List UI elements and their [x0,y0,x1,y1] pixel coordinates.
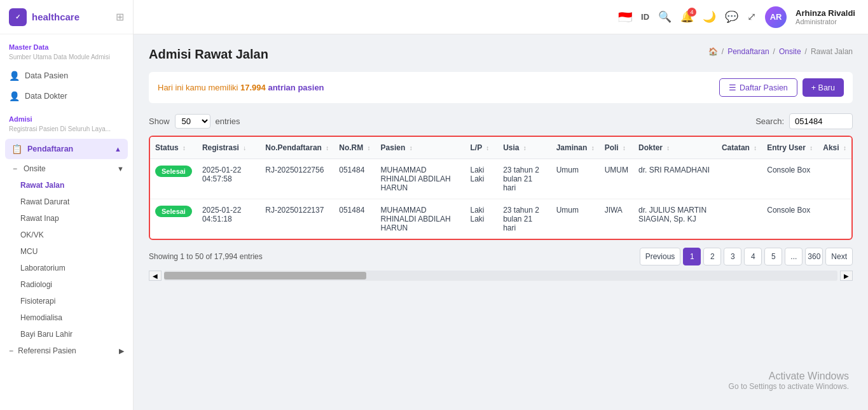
search-input[interactable] [789,113,853,129]
page-btn-2[interactable]: 2 [703,248,721,265]
pagination-info: Showing 1 to 50 of 17,994 entries [149,252,263,261]
breadcrumb-onsite[interactable]: Onsite [779,47,801,56]
user-info: Arhinza Rivaldi Administrator [796,8,855,25]
chevron-down-icon: ▼ [117,165,124,173]
cell-registrasi: 2025-01-22 04:51:18 [197,199,260,239]
cell-jaminan: Umum [551,159,600,199]
entries-label: entries [216,117,240,126]
table-row: Selesai 2025-01-22 04:51:18 RJ-202501221… [150,199,851,239]
cell-entry-user: Console Box [762,199,818,239]
toolbar: Show 50 25 10 100 entries Search: [149,113,853,129]
user-role: Administrator [796,18,855,25]
table-row: Selesai 2025-01-22 04:57:58 RJ-202501227… [150,159,851,199]
scroll-track[interactable] [164,271,837,281]
page-btn-4[interactable]: 4 [744,248,762,265]
sidebar-item-referensi-pasien[interactable]: − Referensi Pasien ▶ [0,343,133,359]
col-registrasi[interactable]: Registrasi ↓ [197,137,260,159]
col-no-rm[interactable]: No.RM ↕ [334,137,375,159]
breadcrumb-pendaftaran[interactable]: Pendaftaran [727,47,769,56]
grid-icon[interactable]: ⊞ [116,11,124,23]
col-usia[interactable]: Usia ↕ [498,137,551,159]
daftar-pasien-button[interactable]: ☰ Daftar Pasien [719,78,797,97]
sidebar-onsite-header[interactable]: − Onsite ▼ [0,160,133,177]
entries-select[interactable]: 50 25 10 100 [175,114,210,129]
pendaftaran-icon: 📋 [11,144,22,154]
breadcrumb-rawat-jalan: Rawat Jalan [811,47,853,56]
data-table: Status ↕ Registrasi ↓ No.Pendaftaran ↕ N… [150,137,851,239]
cell-status: Selesai [150,159,197,199]
sidebar-item-hemodialisa[interactable]: Hemodialisa [0,309,133,326]
col-jaminan[interactable]: Jaminan ↕ [551,137,600,159]
language-label[interactable]: ID [641,12,649,22]
expand-icon[interactable]: ⤢ [747,10,756,24]
sidebar-item-ok-vk[interactable]: OK/VK [0,227,133,243]
cell-lp: Laki Laki [465,159,499,199]
page-btn-1[interactable]: 1 [683,248,701,265]
col-poli[interactable]: Poli ↕ [600,137,633,159]
pendaftaran-label: Pendaftaran [27,145,73,153]
data-table-container: Status ↕ Registrasi ↓ No.Pendaftaran ↕ N… [149,136,853,240]
chevron-right-icon: ▶ [119,347,124,355]
sidebar-item-rawat-jalan[interactable]: Rawat Jalan [0,177,133,194]
sidebar-item-bayi-baru-lahir[interactable]: Bayi Baru Lahir [0,326,133,343]
master-data-sub: Sumber Utama Data Module Admisi [0,53,133,66]
sidebar-item-pendaftaran[interactable]: 📋 Pendaftaran ▲ [5,139,128,159]
page-btn-5[interactable]: 5 [764,248,782,265]
notification-icon[interactable]: 🔔 4 [680,10,694,24]
pagination-controls: Previous 1 2 3 4 5 ... 360 Next [640,248,853,265]
col-pasien[interactable]: Pasien ↕ [376,137,465,159]
sidebar-item-radiologi[interactable]: Radiologi [0,276,133,293]
alert-link[interactable]: antrian pasien [268,83,324,92]
cell-poli: JIWA [600,199,633,239]
cell-lp: Laki Laki [465,199,499,239]
col-lp[interactable]: L/P ↕ [465,137,499,159]
user-icon-2: 👤 [9,91,20,101]
chevron-up-icon: ▲ [114,145,121,153]
scroll-thumb [164,272,366,279]
page-btn-3[interactable]: 3 [724,248,741,265]
search-icon[interactable]: 🔍 [658,10,672,24]
avatar[interactable]: AR [765,6,787,28]
col-aksi[interactable]: Aksi ↕ [818,137,851,159]
user-icon: 👤 [9,71,20,81]
cell-usia: 23 tahun 2 bulan 21 hari [498,199,551,239]
col-entry-user[interactable]: Entry User ↕ [762,137,818,159]
col-catatan[interactable]: Catatan ↕ [717,137,762,159]
sidebar-item-label: Data Pasien [25,71,68,80]
dash-icon: − [13,164,17,173]
sidebar-item-fisioterapi[interactable]: Fisioterapi [0,293,133,309]
sidebar-item-label: Data Dokter [25,92,67,101]
page-btn-360[interactable]: 360 [805,248,823,265]
prev-button[interactable]: Previous [640,248,681,265]
alert-bar: Hari ini kamu memiliki 17.994 antrian pa… [149,72,853,103]
list-icon: ☰ [729,83,736,92]
onsite-submenu: Rawat Jalan Rawat Darurat Rawat Inap OK/… [0,177,133,343]
scroll-left-arrow[interactable]: ◀ [149,271,162,281]
sidebar-item-rawat-inap[interactable]: Rawat Inap [0,210,133,227]
scroll-right-arrow[interactable]: ▶ [840,271,853,281]
cell-no-rm: 051484 [334,199,375,239]
cell-no-pendaftaran: RJ-20250122756 [260,159,334,199]
master-data-header: Master Data [0,34,133,53]
sidebar-item-data-pasien[interactable]: 👤 Data Pasien [0,66,133,86]
sidebar-item-mcu[interactable]: MCU [0,243,133,260]
cell-pasien: MUHAMMAD RHINALDI ABDILAH HARUN [376,159,465,199]
message-icon[interactable]: 💬 [725,10,738,24]
page-btn-ellipsis: ... [785,248,803,265]
dark-mode-icon[interactable]: 🌙 [703,10,716,24]
horizontal-scrollbar[interactable]: ◀ ▶ [149,271,853,281]
sidebar-item-laboratorium[interactable]: Laboratorium [0,260,133,276]
cell-no-rm: 051484 [334,159,375,199]
cell-aksi [818,159,851,199]
col-no-pendaftaran[interactable]: No.Pendaftaran ↕ [260,137,334,159]
baru-button[interactable]: + Baru [803,78,844,97]
sidebar-logo: ✓ healthcare ⊞ [0,0,133,34]
notification-badge: 4 [687,8,696,17]
table-header-row: Status ↕ Registrasi ↓ No.Pendaftaran ↕ N… [150,137,851,159]
username: Arhinza Rivaldi [796,8,855,18]
sidebar-item-data-dokter[interactable]: 👤 Data Dokter [0,86,133,106]
dash-icon-2: − [9,346,13,355]
sidebar-item-rawat-darurat[interactable]: Rawat Darurat [0,194,133,210]
next-button[interactable]: Next [825,248,853,265]
col-dokter[interactable]: Dokter ↕ [633,137,717,159]
